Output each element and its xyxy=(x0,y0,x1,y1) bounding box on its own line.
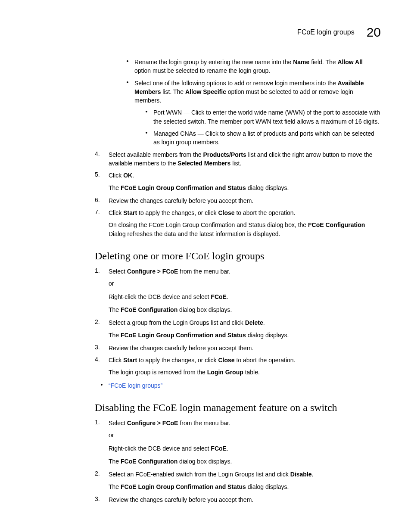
text: On closing the FCoE Login Group Confirma… xyxy=(109,221,308,228)
text: Dialog refreshes the data and the latest… xyxy=(109,230,280,237)
menu-path: Configure > FCoE xyxy=(127,420,178,426)
dialog-name: FCoE Configuration xyxy=(121,306,177,313)
sec1-step-2: 2. Select a group from the Login Groups … xyxy=(95,318,381,327)
list-products-ports: Products/Ports xyxy=(203,151,246,158)
step-number: 5. xyxy=(95,171,109,180)
text: . xyxy=(132,172,134,179)
option-allow-specific: Allow Specific xyxy=(185,88,226,95)
text: Click xyxy=(109,172,123,179)
menu-fcoe: FCoE xyxy=(211,293,227,300)
text: The xyxy=(109,332,121,339)
text: table. xyxy=(243,369,260,376)
text: The xyxy=(109,306,121,313)
sec2-step-1-or: or xyxy=(109,431,381,439)
text: Review the changes carefully before you … xyxy=(109,495,381,504)
menu-fcoe: FCoE xyxy=(211,445,227,452)
text: Right-click the DCB device and select xyxy=(109,445,211,452)
sec2-step-1-dlg: The FCoE Configuration dialog box displa… xyxy=(109,457,381,466)
text: . xyxy=(227,445,228,452)
dialog-name: FCoE Login Group Confirmation and Status xyxy=(121,332,246,339)
text: to apply the changes, or click xyxy=(137,209,218,216)
text: . xyxy=(227,293,228,300)
step-number: 6. xyxy=(95,196,109,205)
button-start: Start xyxy=(123,209,137,216)
text: Click xyxy=(109,209,123,216)
text: Select xyxy=(109,268,127,275)
step-number: 1. xyxy=(95,419,109,427)
text: Review the changes carefully before you … xyxy=(109,344,381,352)
text: Rename the login group by entering the n… xyxy=(134,59,293,65)
button-disable: Disable xyxy=(290,471,312,478)
sec2-step-2: 2. Select an FCoE-enabled switch from th… xyxy=(95,470,381,479)
text: The xyxy=(109,483,121,490)
step-4: 4. Select available members from the Pro… xyxy=(95,150,381,168)
text: The login group is removed from the xyxy=(109,369,207,376)
link-fcoe-login-groups[interactable]: “FCoE login groups” xyxy=(109,382,162,389)
step-number: 2. xyxy=(95,318,109,327)
button-ok: OK xyxy=(123,172,132,179)
step-number: 3. xyxy=(95,495,109,504)
text: dialog displays. xyxy=(246,483,289,490)
dialog-name: FCoE Configuration xyxy=(121,458,177,465)
heading-disabling: Disabling the FCoE login management feat… xyxy=(95,402,381,414)
text: dialog box displays. xyxy=(177,458,232,465)
text: option must be selected to rename the lo… xyxy=(134,67,270,74)
step-number: 2. xyxy=(95,470,109,479)
bullet-marker: • xyxy=(95,381,109,390)
step-number: 3. xyxy=(95,344,109,352)
sec1-step-4-note: The login group is removed from the Logi… xyxy=(109,368,381,376)
text: Select xyxy=(109,420,127,426)
text: Managed CNAs — Click to show a list of p… xyxy=(153,129,381,147)
text: Right-click the DCB device and select xyxy=(109,293,211,300)
text: dialog displays. xyxy=(246,184,289,191)
table-name: Login Group xyxy=(207,369,243,376)
bullet-marker: • xyxy=(121,79,134,105)
text: Port WWN — Click to enter the world wide… xyxy=(153,108,381,126)
heading-deleting: Deleting one or more FCoE login groups xyxy=(95,250,381,262)
sec1-step-4: 4. Click Start to apply the changes, or … xyxy=(95,356,381,364)
step-number: 7. xyxy=(95,208,109,217)
bullet-managed-cnas: • Managed CNAs — Click to show a list of… xyxy=(140,129,381,147)
text: dialog box displays. xyxy=(177,306,232,313)
page: FCoE login groups 20 • Rename the login … xyxy=(0,0,411,532)
field-name: Name xyxy=(293,59,309,65)
text: Select available members from the xyxy=(109,151,203,158)
text: Select a group from the Login Groups lis… xyxy=(109,319,245,326)
text: list. xyxy=(230,160,241,167)
sec1-step-1: 1. Select Configure > FCoE from the menu… xyxy=(95,267,381,276)
text: field. The xyxy=(309,59,337,65)
button-delete: Delete xyxy=(245,319,263,326)
text: Click xyxy=(109,357,123,364)
sec1-step-2-note: The FCoE Login Group Confirmation and St… xyxy=(109,331,381,339)
link-bullet: • “FCoE login groups” xyxy=(95,381,381,390)
step-7-note: On closing the FCoE Login Group Confirma… xyxy=(109,221,381,238)
header-title: FCoE login groups xyxy=(297,28,355,36)
button-start: Start xyxy=(123,357,137,364)
option-allow-all: Allow All xyxy=(337,59,363,65)
page-header: FCoE login groups 20 xyxy=(297,25,381,40)
bullet-members: • Select one of the following options to… xyxy=(121,79,381,105)
menu-path: Configure > FCoE xyxy=(127,268,178,275)
text: from the menu bar. xyxy=(178,268,230,275)
text: The xyxy=(109,184,121,191)
step-number: 4. xyxy=(95,150,109,168)
text: to abort the operation. xyxy=(235,357,296,364)
step-number: 1. xyxy=(95,267,109,276)
text: Select an FCoE-enabled switch from the L… xyxy=(109,471,290,478)
text: Review the changes carefully before you … xyxy=(109,196,381,205)
bullet-marker: • xyxy=(140,129,153,147)
sec1-step-1-alt: Right-click the DCB device and select FC… xyxy=(109,292,381,301)
button-close: Close xyxy=(218,357,234,364)
text: to abort the operation. xyxy=(235,209,296,216)
sec2-step-2-note: The FCoE Login Group Confirmation and St… xyxy=(109,482,381,491)
chapter-number: 20 xyxy=(367,25,381,40)
text: The xyxy=(109,458,121,465)
sec1-step-1-or: or xyxy=(109,279,381,288)
text: list. The xyxy=(161,88,185,95)
sec1-step-3: 3. Review the changes carefully before y… xyxy=(95,344,381,352)
sec1-step-1-dlg: The FCoE Configuration dialog box displa… xyxy=(109,305,381,314)
step-number: 4. xyxy=(95,356,109,364)
step-5: 5. Click OK. xyxy=(95,171,381,180)
text: Select one of the following options to a… xyxy=(134,80,338,87)
bullet-marker: • xyxy=(140,108,153,126)
